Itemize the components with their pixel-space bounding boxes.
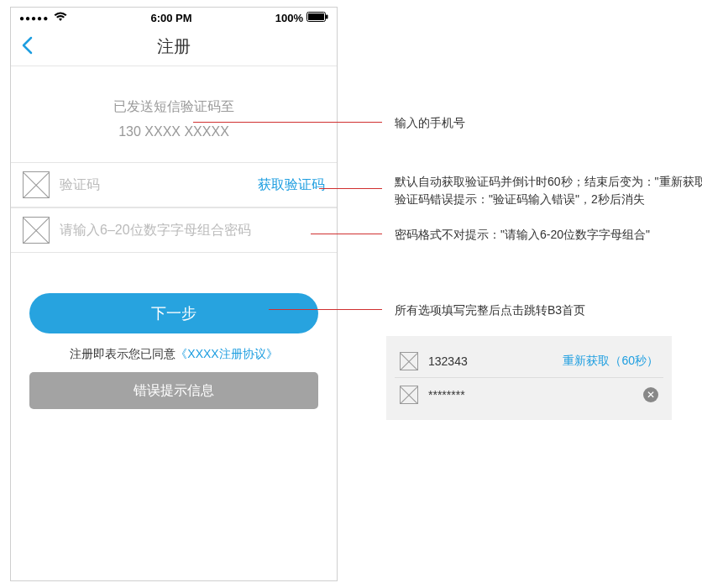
agreement-prefix: 注册即表示您已同意 bbox=[70, 347, 176, 360]
example-resend-label[interactable]: 重新获取（60秒） bbox=[563, 354, 658, 369]
error-hint-bar: 错误提示信息 bbox=[29, 372, 318, 409]
annotation-code-line1: 默认自动获取验证码并倒计时60秒；结束后变为："重新获取" bbox=[395, 173, 702, 191]
agreement-text: 注册即表示您已同意《XXXX注册协议》 bbox=[11, 347, 337, 362]
next-button[interactable]: 下一步 bbox=[29, 293, 318, 333]
status-bar: ●●●●● 6:00 PM 100% bbox=[11, 8, 337, 28]
battery-icon bbox=[306, 12, 328, 24]
placeholder-icon bbox=[400, 352, 418, 370]
sms-sent-label: 已发送短信验证码至 bbox=[11, 98, 337, 116]
clear-icon[interactable]: ✕ bbox=[643, 387, 658, 402]
placeholder-icon bbox=[400, 386, 418, 404]
annotation-connector bbox=[311, 234, 382, 234]
get-code-button[interactable]: 获取验证码 bbox=[258, 176, 325, 194]
example-code-row: 132343 重新获取（60秒） bbox=[395, 344, 663, 378]
annotation-connector bbox=[269, 309, 382, 310]
svg-rect-2 bbox=[326, 14, 328, 18]
annotation-connector bbox=[319, 188, 382, 189]
example-code-value: 132343 bbox=[428, 354, 563, 368]
annotation-password: 密码格式不对提示："请输入6-20位数字字母组合" bbox=[395, 226, 650, 244]
signal-strength-icon: ●●●●● bbox=[19, 13, 49, 23]
example-password-row: ******** ✕ bbox=[395, 378, 663, 412]
annotation-connector bbox=[193, 122, 382, 123]
status-time: 6:00 PM bbox=[150, 12, 191, 24]
example-state-box: 132343 重新获取（60秒） ******** ✕ bbox=[386, 336, 672, 420]
sms-sent-info: 已发送短信验证码至 130 XXXX XXXXX bbox=[11, 66, 337, 163]
annotation-code: 默认自动获取验证码并倒计时60秒；结束后变为："重新获取" 验证码错误提示："验… bbox=[395, 173, 702, 208]
example-password-value: ******** bbox=[428, 388, 643, 402]
annotation-phone: 输入的手机号 bbox=[395, 114, 465, 132]
verification-code-row: 验证码 获取验证码 bbox=[11, 162, 337, 207]
password-row: 请输入6–20位数字字母组合密码 bbox=[11, 207, 337, 253]
password-input[interactable]: 请输入6–20位数字字母组合密码 bbox=[60, 222, 325, 239]
annotation-next: 所有选项填写完整后点击跳转B3首页 bbox=[395, 302, 585, 319]
battery-percent: 100% bbox=[275, 12, 303, 24]
wifi-icon bbox=[54, 12, 67, 24]
agreement-link[interactable]: 《XXXX注册协议》 bbox=[176, 347, 277, 360]
nav-bar: 注册 bbox=[11, 28, 337, 66]
verification-code-input[interactable]: 验证码 bbox=[60, 176, 258, 194]
placeholder-icon bbox=[23, 217, 50, 244]
phone-number-masked: 130 XXXX XXXXX bbox=[11, 124, 337, 139]
back-button[interactable] bbox=[21, 36, 33, 58]
page-title: 注册 bbox=[157, 35, 191, 58]
placeholder-icon bbox=[23, 171, 50, 198]
annotation-code-line2: 验证码错误提示："验证码输入错误"，2秒后消失 bbox=[395, 191, 702, 208]
svg-rect-1 bbox=[308, 13, 324, 20]
phone-mockup: ●●●●● 6:00 PM 100% 注册 已发送短信验证码至 130 XXXX… bbox=[10, 7, 338, 581]
